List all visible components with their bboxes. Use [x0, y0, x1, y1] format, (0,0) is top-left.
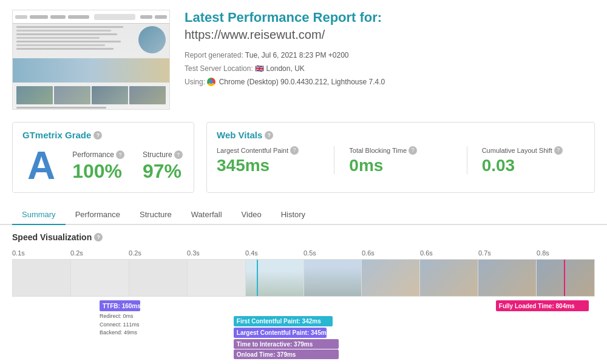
filmstrip-frame-5	[478, 260, 537, 296]
vitals-content: Largest Contentful Paint ? 345ms Total B…	[217, 146, 585, 174]
timeline-bars: TTFB: 160ms Redirect: 0ms Connect: 111ms…	[12, 299, 595, 360]
ttfb-meta: Redirect: 0ms Connect: 111ms Backend: 49…	[100, 312, 140, 337]
filmstrip-frame-3	[362, 260, 420, 296]
filmstrip-blank-4	[188, 260, 246, 296]
gtmetrix-help-icon[interactable]: ?	[93, 131, 102, 140]
web-vitals-help-icon[interactable]: ?	[265, 131, 273, 140]
filmstrip-frame-1	[246, 260, 304, 296]
timeline-ruler: 0.1s 0.2s 0.2s 0.3s 0.4s 0.5s 0.6s 0.6s …	[12, 249, 595, 257]
generated-value: Tue, Jul 6, 2021 8:23 PM +0200	[245, 51, 349, 59]
tti-bar: Time to Interactive: 379ms	[234, 339, 339, 349]
lcp-label: Largest Contentful Paint	[217, 146, 288, 155]
structure-help-icon[interactable]: ?	[174, 150, 183, 159]
tti-label: Time to Interactive: 379ms	[237, 341, 313, 348]
report-title: Latest Performance Report for:	[185, 10, 595, 25]
tabs-section: Summary Performance Structure Waterfall …	[0, 205, 607, 225]
fcp-bar: First Contentful Paint: 342ms	[234, 316, 333, 326]
tbt-help-icon[interactable]: ?	[409, 146, 417, 155]
lcp-vital: Largest Contentful Paint ? 345ms	[217, 146, 319, 174]
flt-bar: Fully Loaded Time: 804ms	[496, 300, 589, 311]
grade-metrics: Performance ? 100% Structure ? 97%	[72, 150, 182, 181]
ruler-0.6s-1: 0.6s	[362, 249, 420, 257]
cls-value: 0.03	[482, 157, 515, 174]
report-meta: Report generated: Tue, Jul 6, 2021 8:23 …	[185, 49, 595, 89]
tab-waterfall[interactable]: Waterfall	[181, 205, 232, 225]
speed-viz-help-icon[interactable]: ?	[94, 233, 103, 241]
web-vitals-section-title: Web Vitals ?	[217, 130, 585, 140]
fcp-label: First Contentful Paint: 342ms	[237, 318, 321, 325]
server-label: Test Server Location:	[185, 64, 253, 73]
speed-viz-title: Speed Visualization ?	[12, 232, 595, 242]
report-url: https://www.reisewut.com/	[185, 28, 595, 42]
lcp-help-icon[interactable]: ?	[290, 146, 299, 155]
generated-label: Report generated:	[185, 51, 243, 59]
ruler-0.8s: 0.8s	[537, 249, 595, 257]
filmstrip-blank-1	[13, 260, 71, 296]
ruler-0.1s: 0.1s	[12, 249, 70, 257]
web-vitals-box: Web Vitals ? Largest Contentful Paint ? …	[206, 122, 595, 193]
lcp-label: Largest Contentful Paint: 345ms	[237, 329, 330, 336]
structure-value: 97%	[143, 161, 181, 181]
lcp-bar: Largest Contentful Paint: 345ms	[234, 328, 327, 338]
grade-content: A Performance ? 100% Structure ? 97%	[22, 146, 184, 185]
filmstrip-frame-6	[537, 260, 594, 296]
performance-label: Performance	[72, 150, 114, 159]
ruler-0.2s-2: 0.2s	[129, 249, 187, 257]
top-section: Latest Performance Report for: https://w…	[0, 0, 607, 117]
flt-line	[564, 260, 565, 296]
filmstrip-blank-3	[129, 260, 188, 296]
ttfb-bar: TTFB: 160ms	[100, 300, 140, 311]
filmstrip-frame-4	[420, 260, 478, 296]
filmstrip-frame-2	[304, 260, 362, 296]
tbt-value: 0ms	[349, 157, 383, 174]
flt-label: Fully Loaded Time: 804ms	[499, 303, 575, 309]
cls-help-icon[interactable]: ?	[554, 146, 563, 155]
performance-value: 100%	[72, 161, 122, 181]
ruler-0.5s: 0.5s	[304, 249, 362, 257]
tbt-label: Total Blocking Time	[349, 146, 407, 155]
tab-structure[interactable]: Structure	[130, 205, 181, 225]
flag-icon: 🇬🇧	[255, 64, 264, 73]
speed-section: Speed Visualization ? 0.1s 0.2s 0.2s 0.3…	[0, 225, 607, 364]
ruler-0.3s: 0.3s	[187, 249, 245, 257]
tbt-vital: Total Blocking Time ? 0ms	[349, 146, 452, 174]
vital-divider-2	[467, 146, 467, 174]
gtmetrix-section-title: GTmetrix Grade ?	[22, 130, 184, 140]
grade-letter: A	[22, 146, 60, 185]
cls-label: Cumulative Layout Shift	[482, 146, 552, 155]
structure-label: Structure	[143, 150, 172, 159]
ruler-0.6s-2: 0.6s	[420, 249, 478, 257]
tab-video[interactable]: Video	[232, 205, 271, 225]
website-screenshot	[12, 10, 170, 110]
filmstrip	[12, 259, 595, 297]
grades-section: GTmetrix Grade ? A Performance ? 100% St…	[0, 117, 607, 198]
using-label: Using:	[185, 78, 205, 86]
server-value: London, UK	[266, 64, 304, 73]
report-info: Latest Performance Report for: https://w…	[185, 10, 595, 89]
vital-divider-1	[334, 146, 334, 174]
performance-help-icon[interactable]: ?	[116, 150, 124, 159]
tab-summary[interactable]: Summary	[12, 205, 66, 225]
ruler-0.4s: 0.4s	[245, 249, 304, 257]
chrome-icon	[207, 78, 215, 86]
onload-label: Onload Time: 379ms	[237, 351, 296, 358]
tab-performance[interactable]: Performance	[66, 205, 130, 225]
structure-metric: Structure ? 97%	[143, 150, 183, 181]
fcp-line	[257, 260, 258, 296]
filmstrip-blank-2	[71, 260, 129, 296]
ruler-0.2s-1: 0.2s	[70, 249, 129, 257]
using-value: Chrome (Desktop) 90.0.4430.212, Lighthou…	[219, 78, 385, 86]
tab-history[interactable]: History	[271, 205, 315, 225]
ttfb-label: TTFB: 160ms	[103, 303, 141, 309]
gtmetrix-grade-box: GTmetrix Grade ? A Performance ? 100% St…	[12, 122, 194, 193]
speed-viz-wrapper: 0.1s 0.2s 0.2s 0.3s 0.4s 0.5s 0.6s 0.6s …	[12, 249, 595, 360]
onload-bar: Onload Time: 379ms	[234, 349, 339, 359]
cls-vital: Cumulative Layout Shift ? 0.03	[482, 146, 585, 174]
ruler-0.7s: 0.7s	[478, 249, 537, 257]
performance-metric: Performance ? 100%	[72, 150, 124, 181]
lcp-value: 345ms	[217, 157, 270, 174]
